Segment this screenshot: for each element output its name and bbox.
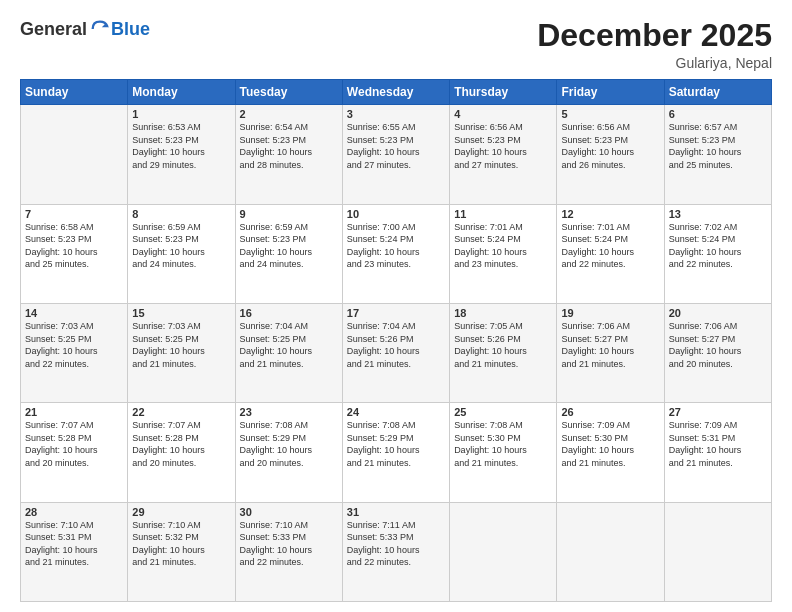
day-number: 28 <box>25 506 123 518</box>
table-row: 24Sunrise: 7:08 AM Sunset: 5:29 PM Dayli… <box>342 403 449 502</box>
table-row: 22Sunrise: 7:07 AM Sunset: 5:28 PM Dayli… <box>128 403 235 502</box>
day-info: Sunrise: 7:09 AM Sunset: 5:30 PM Dayligh… <box>561 419 659 469</box>
location: Gulariya, Nepal <box>537 55 772 71</box>
day-info: Sunrise: 7:06 AM Sunset: 5:27 PM Dayligh… <box>561 320 659 370</box>
day-info: Sunrise: 6:56 AM Sunset: 5:23 PM Dayligh… <box>454 121 552 171</box>
day-info: Sunrise: 7:10 AM Sunset: 5:32 PM Dayligh… <box>132 519 230 569</box>
table-row <box>450 502 557 601</box>
header-thursday: Thursday <box>450 80 557 105</box>
day-number: 29 <box>132 506 230 518</box>
table-row: 30Sunrise: 7:10 AM Sunset: 5:33 PM Dayli… <box>235 502 342 601</box>
logo-general: General <box>20 19 87 40</box>
day-info: Sunrise: 7:11 AM Sunset: 5:33 PM Dayligh… <box>347 519 445 569</box>
table-row: 8Sunrise: 6:59 AM Sunset: 5:23 PM Daylig… <box>128 204 235 303</box>
logo-text: General Blue <box>20 18 150 40</box>
day-info: Sunrise: 7:10 AM Sunset: 5:33 PM Dayligh… <box>240 519 338 569</box>
table-row: 21Sunrise: 7:07 AM Sunset: 5:28 PM Dayli… <box>21 403 128 502</box>
day-number: 15 <box>132 307 230 319</box>
day-info: Sunrise: 7:08 AM Sunset: 5:29 PM Dayligh… <box>240 419 338 469</box>
day-info: Sunrise: 7:04 AM Sunset: 5:26 PM Dayligh… <box>347 320 445 370</box>
table-row: 7Sunrise: 6:58 AM Sunset: 5:23 PM Daylig… <box>21 204 128 303</box>
day-number: 21 <box>25 406 123 418</box>
day-number: 11 <box>454 208 552 220</box>
calendar-week-row: 21Sunrise: 7:07 AM Sunset: 5:28 PM Dayli… <box>21 403 772 502</box>
day-info: Sunrise: 7:03 AM Sunset: 5:25 PM Dayligh… <box>132 320 230 370</box>
calendar-week-row: 1Sunrise: 6:53 AM Sunset: 5:23 PM Daylig… <box>21 105 772 204</box>
day-number: 13 <box>669 208 767 220</box>
table-row <box>664 502 771 601</box>
day-info: Sunrise: 7:01 AM Sunset: 5:24 PM Dayligh… <box>454 221 552 271</box>
table-row: 15Sunrise: 7:03 AM Sunset: 5:25 PM Dayli… <box>128 303 235 402</box>
day-info: Sunrise: 6:56 AM Sunset: 5:23 PM Dayligh… <box>561 121 659 171</box>
table-row: 2Sunrise: 6:54 AM Sunset: 5:23 PM Daylig… <box>235 105 342 204</box>
day-info: Sunrise: 6:57 AM Sunset: 5:23 PM Dayligh… <box>669 121 767 171</box>
table-row: 25Sunrise: 7:08 AM Sunset: 5:30 PM Dayli… <box>450 403 557 502</box>
table-row: 28Sunrise: 7:10 AM Sunset: 5:31 PM Dayli… <box>21 502 128 601</box>
day-number: 14 <box>25 307 123 319</box>
day-number: 24 <box>347 406 445 418</box>
day-info: Sunrise: 7:07 AM Sunset: 5:28 PM Dayligh… <box>132 419 230 469</box>
table-row: 20Sunrise: 7:06 AM Sunset: 5:27 PM Dayli… <box>664 303 771 402</box>
table-row: 6Sunrise: 6:57 AM Sunset: 5:23 PM Daylig… <box>664 105 771 204</box>
day-number: 27 <box>669 406 767 418</box>
day-number: 23 <box>240 406 338 418</box>
calendar-table: Sunday Monday Tuesday Wednesday Thursday… <box>20 79 772 602</box>
day-number: 25 <box>454 406 552 418</box>
day-number: 17 <box>347 307 445 319</box>
day-info: Sunrise: 7:09 AM Sunset: 5:31 PM Dayligh… <box>669 419 767 469</box>
table-row: 23Sunrise: 7:08 AM Sunset: 5:29 PM Dayli… <box>235 403 342 502</box>
table-row: 5Sunrise: 6:56 AM Sunset: 5:23 PM Daylig… <box>557 105 664 204</box>
header-sunday: Sunday <box>21 80 128 105</box>
logo-icon <box>89 18 111 40</box>
table-row <box>557 502 664 601</box>
day-info: Sunrise: 6:59 AM Sunset: 5:23 PM Dayligh… <box>132 221 230 271</box>
table-row: 19Sunrise: 7:06 AM Sunset: 5:27 PM Dayli… <box>557 303 664 402</box>
header-tuesday: Tuesday <box>235 80 342 105</box>
day-info: Sunrise: 6:55 AM Sunset: 5:23 PM Dayligh… <box>347 121 445 171</box>
day-info: Sunrise: 6:53 AM Sunset: 5:23 PM Dayligh… <box>132 121 230 171</box>
table-row: 16Sunrise: 7:04 AM Sunset: 5:25 PM Dayli… <box>235 303 342 402</box>
table-row: 10Sunrise: 7:00 AM Sunset: 5:24 PM Dayli… <box>342 204 449 303</box>
page: General Blue December 2025 Gulariya, Nep… <box>0 0 792 612</box>
day-number: 22 <box>132 406 230 418</box>
table-row: 3Sunrise: 6:55 AM Sunset: 5:23 PM Daylig… <box>342 105 449 204</box>
table-row: 11Sunrise: 7:01 AM Sunset: 5:24 PM Dayli… <box>450 204 557 303</box>
table-row: 31Sunrise: 7:11 AM Sunset: 5:33 PM Dayli… <box>342 502 449 601</box>
day-number: 2 <box>240 108 338 120</box>
calendar-week-row: 14Sunrise: 7:03 AM Sunset: 5:25 PM Dayli… <box>21 303 772 402</box>
table-row: 17Sunrise: 7:04 AM Sunset: 5:26 PM Dayli… <box>342 303 449 402</box>
day-info: Sunrise: 7:01 AM Sunset: 5:24 PM Dayligh… <box>561 221 659 271</box>
day-info: Sunrise: 6:58 AM Sunset: 5:23 PM Dayligh… <box>25 221 123 271</box>
day-number: 30 <box>240 506 338 518</box>
day-number: 9 <box>240 208 338 220</box>
table-row: 9Sunrise: 6:59 AM Sunset: 5:23 PM Daylig… <box>235 204 342 303</box>
day-number: 31 <box>347 506 445 518</box>
day-number: 5 <box>561 108 659 120</box>
logo-blue: Blue <box>111 19 150 40</box>
day-info: Sunrise: 7:08 AM Sunset: 5:29 PM Dayligh… <box>347 419 445 469</box>
day-info: Sunrise: 7:05 AM Sunset: 5:26 PM Dayligh… <box>454 320 552 370</box>
calendar-week-row: 28Sunrise: 7:10 AM Sunset: 5:31 PM Dayli… <box>21 502 772 601</box>
table-row: 1Sunrise: 6:53 AM Sunset: 5:23 PM Daylig… <box>128 105 235 204</box>
header-wednesday: Wednesday <box>342 80 449 105</box>
day-number: 26 <box>561 406 659 418</box>
day-info: Sunrise: 7:02 AM Sunset: 5:24 PM Dayligh… <box>669 221 767 271</box>
day-info: Sunrise: 7:08 AM Sunset: 5:30 PM Dayligh… <box>454 419 552 469</box>
day-info: Sunrise: 7:00 AM Sunset: 5:24 PM Dayligh… <box>347 221 445 271</box>
calendar-week-row: 7Sunrise: 6:58 AM Sunset: 5:23 PM Daylig… <box>21 204 772 303</box>
day-info: Sunrise: 7:10 AM Sunset: 5:31 PM Dayligh… <box>25 519 123 569</box>
header-monday: Monday <box>128 80 235 105</box>
header-friday: Friday <box>557 80 664 105</box>
day-info: Sunrise: 6:59 AM Sunset: 5:23 PM Dayligh… <box>240 221 338 271</box>
month-title: December 2025 <box>537 18 772 53</box>
day-info: Sunrise: 7:03 AM Sunset: 5:25 PM Dayligh… <box>25 320 123 370</box>
table-row: 27Sunrise: 7:09 AM Sunset: 5:31 PM Dayli… <box>664 403 771 502</box>
table-row: 12Sunrise: 7:01 AM Sunset: 5:24 PM Dayli… <box>557 204 664 303</box>
table-row: 14Sunrise: 7:03 AM Sunset: 5:25 PM Dayli… <box>21 303 128 402</box>
day-number: 3 <box>347 108 445 120</box>
day-number: 4 <box>454 108 552 120</box>
day-info: Sunrise: 7:04 AM Sunset: 5:25 PM Dayligh… <box>240 320 338 370</box>
table-row: 4Sunrise: 6:56 AM Sunset: 5:23 PM Daylig… <box>450 105 557 204</box>
day-info: Sunrise: 7:07 AM Sunset: 5:28 PM Dayligh… <box>25 419 123 469</box>
header: General Blue December 2025 Gulariya, Nep… <box>20 18 772 71</box>
